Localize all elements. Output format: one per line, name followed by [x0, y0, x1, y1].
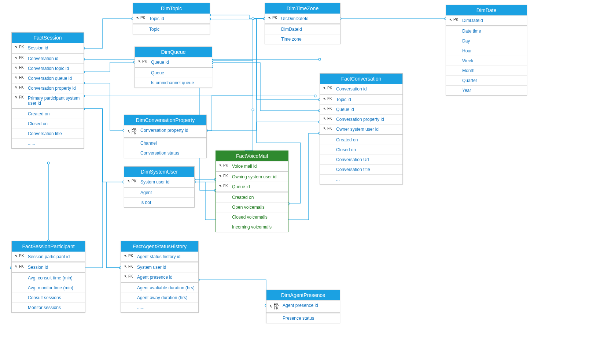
entity-factvoicemail[interactable]: FactVoiceMailPKVoice mail idFKOwning sys…	[216, 151, 288, 232]
key-icon	[15, 96, 18, 99]
key-icon	[124, 254, 128, 258]
field-row: FKConversation queue id	[12, 73, 84, 83]
field-row: Closed on	[12, 119, 84, 129]
field-name: Time zone	[281, 37, 337, 42]
key-indicator: PK	[15, 254, 28, 258]
field-row: Conversation title	[320, 164, 402, 174]
field-name: Consult sessions	[28, 295, 82, 300]
entity-dimtimezone[interactable]: DimTimeZonePKUtcDimDateIdDimDateIdTime z…	[265, 3, 341, 44]
key-icon	[323, 86, 327, 90]
key-indicator: PKFK	[269, 303, 283, 310]
svg-rect-83	[324, 118, 325, 120]
field-row: PKSession id	[12, 43, 84, 53]
field-name: ......	[137, 305, 195, 310]
field-name: Conversation id	[28, 56, 81, 61]
field-row: FKQueue id	[216, 182, 288, 192]
field-name: System user id	[140, 179, 191, 185]
field-row: Day	[446, 36, 527, 46]
entity-title: DimAgentPresence	[266, 290, 340, 300]
key-icon	[15, 45, 18, 49]
field-row: Is bot	[124, 197, 194, 207]
svg-rect-99	[270, 306, 272, 308]
field-row: PKDimDateId	[446, 15, 527, 25]
svg-point-7	[314, 95, 316, 97]
svg-rect-59	[16, 97, 17, 99]
field-row: Week	[446, 56, 527, 66]
svg-rect-57	[16, 87, 17, 89]
field-row: Avg. monitor time (min)	[12, 283, 85, 293]
svg-rect-61	[137, 18, 139, 19]
field-name: Session participant id	[28, 254, 82, 259]
entity-dimsystemuser[interactable]: DimSystemUserPKSystem user idAgentIs bot	[124, 166, 195, 208]
field-name: Queue id	[232, 184, 285, 189]
field-name: Conversation queue id	[28, 76, 81, 81]
field-name: Avg. consult time (min)	[28, 275, 82, 281]
entity-dimconversationproperty[interactable]: DimConversationPropertyPKFKConversation …	[124, 115, 207, 158]
entity-dimtopic[interactable]: DimTopicPKTopic idTopic	[133, 3, 210, 34]
field-row: FKConversation topic id	[12, 63, 84, 73]
field-row: Incoming voicemails	[216, 222, 288, 232]
field-row: FKOwning system user id	[216, 172, 288, 182]
key-indicator: PK	[268, 16, 281, 20]
key-icon	[449, 18, 453, 22]
key-indicator: FK	[323, 117, 336, 120]
field-row: FKSession id	[12, 262, 85, 272]
key-indicator: PK	[136, 16, 149, 20]
entity-title: DimTimeZone	[265, 3, 340, 14]
svg-point-3	[319, 58, 321, 60]
field-row: PKConversation id	[320, 84, 402, 94]
field-row: Created on	[320, 135, 402, 145]
field-name: Voice mail id	[232, 164, 285, 169]
field-row: Consult sessions	[12, 293, 85, 302]
field-name: Incoming voicemails	[232, 224, 285, 230]
key-indicator: FK	[124, 275, 137, 278]
key-indicator: PK	[15, 45, 28, 49]
svg-rect-51	[16, 57, 17, 59]
field-name: Created on	[232, 195, 285, 200]
field-name: Agent presence id	[137, 275, 195, 280]
entity-dimagentpresence[interactable]: DimAgentPresencePKFKAgent presence idPre…	[266, 290, 340, 323]
key-icon	[136, 16, 140, 20]
key-indicator: PK	[219, 164, 232, 167]
field-row: PKFKAgent presence id	[266, 300, 340, 312]
svg-point-34	[252, 109, 254, 111]
field-name: Conversation status	[140, 151, 203, 156]
field-name: DimDateId	[281, 27, 337, 32]
field-name: Session id	[28, 265, 82, 270]
field-row: Avg. consult time (min)	[12, 273, 85, 283]
field-name: Agent	[140, 190, 191, 195]
entity-factsession[interactable]: FactSessionPKSession idFKConversation id…	[11, 32, 84, 149]
key-indicator: FK	[219, 174, 232, 178]
field-name: Hour	[462, 48, 524, 53]
field-row: PKFKConversation property id	[124, 125, 206, 137]
field-row: PKVoice mail id	[216, 161, 288, 171]
field-row: Created on	[216, 192, 288, 202]
field-row: PKSystem user id	[124, 177, 194, 187]
field-name: Topic id	[149, 16, 207, 21]
entity-dimdate[interactable]: DimDatePKDimDateIdDate timeDayHourWeekMo…	[446, 5, 527, 96]
key-indicator: FK	[15, 76, 28, 79]
field-row: Hour	[446, 46, 527, 56]
field-name: ......	[28, 141, 81, 146]
svg-rect-81	[324, 108, 325, 110]
field-name: UtcDimDateId	[281, 16, 337, 21]
entity-factagentstatushistory[interactable]: FactAgentStatusHistoryPKAgent status his…	[121, 241, 199, 313]
key-icon	[124, 275, 128, 278]
key-icon	[219, 174, 222, 178]
svg-point-16	[47, 162, 49, 164]
key-icon	[323, 107, 327, 111]
field-name: Conversation property id	[140, 128, 203, 133]
key-indicator: PK	[127, 179, 140, 183]
field-name: Avg. monitor time (min)	[28, 285, 82, 290]
key-indicator: FK	[323, 107, 336, 111]
field-row: Conversation Url	[320, 155, 402, 164]
svg-rect-53	[16, 67, 17, 69]
svg-rect-67	[128, 181, 130, 182]
entity-dimqueue[interactable]: DimQueuePKQueue idQueueIs omnichannel qu…	[135, 47, 212, 88]
entity-factconversation[interactable]: FactConversationPKConversation idFKTopic…	[320, 73, 403, 185]
entity-factsessionparticipant[interactable]: FactSessionParticipantPKSession particip…	[11, 241, 85, 313]
field-name: Agent status history id	[137, 254, 195, 259]
field-name: Conversation topic id	[28, 66, 81, 71]
key-icon	[124, 265, 128, 268]
svg-rect-93	[125, 256, 126, 257]
